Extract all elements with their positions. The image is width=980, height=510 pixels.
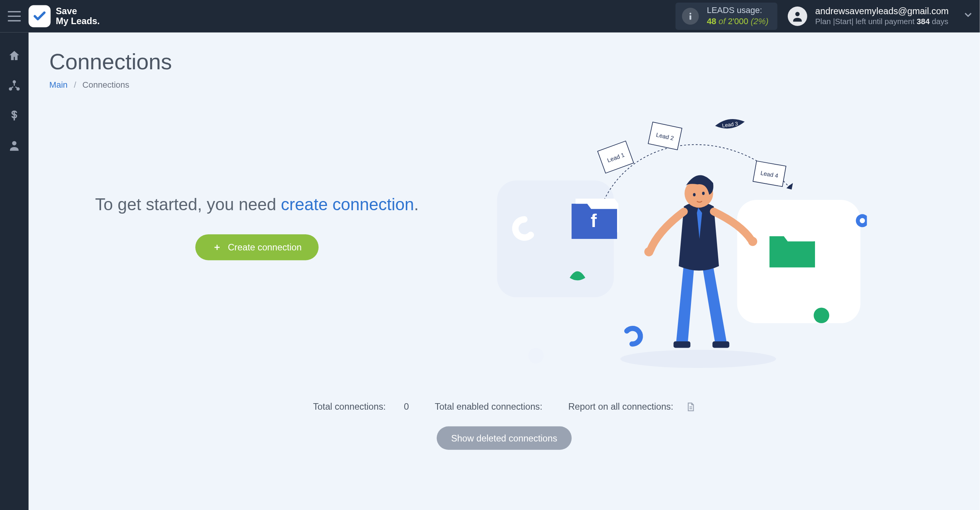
home-icon: [8, 49, 21, 62]
svg-point-19: [860, 218, 865, 224]
breadcrumb-current: Connections: [82, 80, 129, 89]
svg-point-3: [13, 80, 16, 83]
logo-badge: [29, 5, 51, 28]
leads-usage-text: LEADS usage: 48 of 2'000 (2%): [707, 5, 768, 27]
left-sidebar: [0, 33, 29, 510]
svg-text:f: f: [591, 211, 597, 231]
total-enabled-connections: Total enabled connections:: [435, 401, 542, 412]
chevron-down-icon: [963, 10, 973, 20]
cta-text: To get started, you need create connecti…: [49, 193, 465, 216]
dollar-icon: [8, 109, 21, 122]
hamburger-menu[interactable]: [0, 0, 29, 33]
create-connection-label: Create connection: [228, 242, 302, 252]
svg-point-17: [814, 307, 830, 323]
empty-state-cta: To get started, you need create connecti…: [49, 116, 465, 260]
cta-create-link[interactable]: create connection: [281, 195, 414, 214]
show-deleted-button[interactable]: Show deleted connections: [437, 427, 572, 450]
leads-usage-widget[interactable]: LEADS usage: 48 of 2'000 (2%): [676, 3, 777, 30]
user-meta: andrewsavemyleads@gmail.com Plan |Start|…: [815, 5, 949, 27]
nav-connections[interactable]: [0, 73, 29, 99]
user-avatar-icon: [788, 7, 807, 26]
main-content: Connections Main / Connections To get st…: [29, 33, 980, 510]
info-icon: [682, 8, 699, 25]
breadcrumb: Main / Connections: [49, 80, 959, 89]
connections-icon: [8, 79, 21, 92]
user-menu-toggle[interactable]: [956, 10, 980, 23]
hamburger-icon: [8, 11, 21, 21]
breadcrumb-main[interactable]: Main: [49, 80, 68, 89]
svg-point-21: [620, 350, 776, 368]
plus-icon: ＋: [212, 242, 222, 253]
svg-point-27: [693, 193, 696, 196]
top-header: Save My Leads. LEADS usage: 48 of 2'000 …: [0, 0, 980, 33]
nav-home[interactable]: [0, 43, 29, 69]
svg-point-6: [12, 141, 16, 145]
svg-point-28: [702, 192, 705, 195]
user-menu[interactable]: andrewsavemyleads@gmail.com Plan |Start|…: [788, 5, 956, 27]
svg-point-0: [690, 13, 692, 15]
svg-rect-23: [712, 342, 729, 348]
empty-state-illustration: f Lead 1: [490, 116, 867, 375]
total-connections: Total connections: 0: [305, 401, 419, 412]
svg-rect-1: [690, 15, 692, 20]
svg-point-20: [528, 348, 544, 364]
page-title: Connections: [49, 49, 959, 75]
nav-account[interactable]: [0, 132, 29, 159]
svg-point-2: [795, 12, 800, 16]
stats-row: Total connections: 0 Total enabled conne…: [49, 401, 959, 412]
checkmark-icon: [33, 9, 47, 23]
svg-rect-22: [673, 342, 690, 348]
breadcrumb-separator: /: [74, 80, 76, 89]
svg-point-24: [644, 247, 653, 257]
nav-billing[interactable]: [0, 103, 29, 129]
svg-point-25: [748, 237, 757, 246]
brand-logo[interactable]: Save My Leads.: [29, 5, 100, 28]
create-connection-button[interactable]: ＋ Create connection: [195, 234, 318, 260]
user-icon: [8, 139, 21, 152]
logo-text: Save My Leads.: [56, 6, 100, 26]
document-icon: [685, 402, 695, 412]
report-all-connections[interactable]: Report on all connections:: [560, 401, 703, 412]
